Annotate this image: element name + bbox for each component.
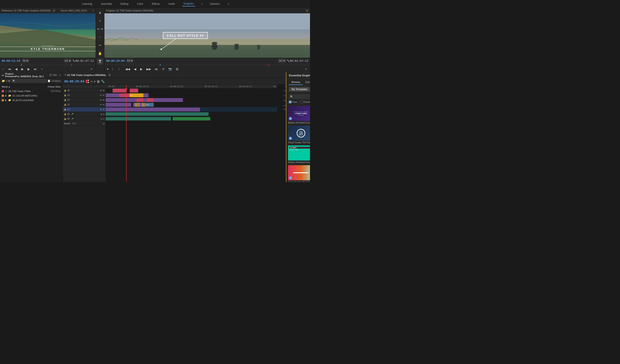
more-icon[interactable]: » [228,2,229,5]
eg-item-5[interactable]: UP NEXT DOUBLE HERE Modern Animated Grad… [288,145,310,164]
callout-box[interactable]: CALL OUT STYLE 02 [163,32,208,39]
clip-v4-fx[interactable]: FX [130,93,143,97]
nav-color[interactable]: Color [136,1,144,6]
source-step-fwd[interactable]: ▶ [27,67,31,71]
prog-fwd[interactable]: ▶▶ [146,67,152,71]
rolling-tool[interactable]: ↔ [97,34,103,40]
list-view-btn[interactable]: ≡ [6,79,7,82]
clip-a2-1[interactable] [106,117,171,121]
clip-a2-2[interactable] [173,117,211,121]
lock-a1[interactable]: 🔒 [64,113,66,115]
clip-v4-2[interactable] [119,93,130,97]
eye-v3[interactable]: 👁 [100,99,102,101]
mute-v3[interactable]: M [103,99,104,101]
lock-v3[interactable]: 🔒 [64,99,66,101]
list-item[interactable]: ⬡ 00 TSB Trailer FINAL 23.976 fps [0,89,62,93]
eye-v1[interactable]: 👁 [100,108,102,111]
clip-v5-1[interactable] [113,89,126,92]
nav-libraries[interactable]: Libraries [208,1,221,6]
lock-a2[interactable]: 🔒 [64,118,66,120]
source-play[interactable]: ▶ [20,67,25,71]
program-wrench-icon[interactable]: 🔧 [287,59,290,62]
source-menu-icon[interactable]: ☰ [53,9,55,12]
selection-tool[interactable]: ▲ [97,9,103,15]
icon-view-btn[interactable]: ⊞ [8,79,10,82]
eg-tab-browse[interactable]: Browse [289,80,303,85]
mute-v4[interactable]: M [103,94,104,96]
slip-tool[interactable]: ✋ [97,50,103,56]
lock-v4[interactable]: 🔒 [64,94,66,96]
nav-effects[interactable]: Effects [151,1,161,6]
clip-v1-1[interactable] [106,107,200,111]
mute-v2[interactable]: M [103,104,104,106]
mute-v5[interactable]: M [103,90,104,92]
prog-loop[interactable]: ↺ [161,67,165,71]
mute-v1[interactable]: M [103,108,104,111]
clip-v3-3[interactable] [147,98,154,102]
clip-a1-1[interactable] [106,112,209,116]
source-scrubber[interactable] [0,64,95,66]
source-wrench-icon[interactable]: 🔧 [72,59,75,62]
eye-v2[interactable]: 👁 [100,104,102,106]
source-mark-in[interactable]: ⌐ [2,67,5,71]
text-tool[interactable]: T [97,59,103,64]
source-expand-icon[interactable]: » [93,9,94,12]
program-scrubber[interactable] [104,64,310,66]
timeline-menu-icon[interactable]: ☰ [108,74,111,76]
source-add[interactable]: ＋ [89,67,94,71]
track-select-tool[interactable]: ⤢ [97,18,103,24]
expand-icon-1[interactable]: ▶ [5,94,7,97]
sort-icon[interactable]: ▲ [8,85,11,88]
program-menu-icon[interactable]: ☰ [306,9,308,12]
source-go-out[interactable]: ⏭ [33,67,38,71]
nav-graphics[interactable]: Graphics [182,1,195,6]
clip-v2-1[interactable] [106,103,132,107]
master-lock-icon[interactable]: ⊲ [103,122,104,125]
snap-btn[interactable]: 🧲 [85,80,89,83]
clip-v5-2[interactable] [130,89,138,92]
prog-step-back2[interactable]: ◀◀ [124,67,131,71]
clip-v2-fx1[interactable]: FX [135,103,140,107]
prog-settings[interactable]: ⊞ [175,67,179,71]
link-btn[interactable]: ∞ [91,80,93,83]
prog-back[interactable]: ◀ [133,67,137,71]
source-fit-select[interactable]: Fit [22,59,29,63]
clip-v3-1[interactable] [106,98,183,102]
clip-v3-2[interactable] [137,98,143,102]
prog-play[interactable]: ▶ [139,67,143,71]
new-bin-btn[interactable]: 📁 [2,79,5,82]
add-marker-btn[interactable]: ♦ [94,80,95,83]
eg-filter-free-checkbox[interactable]: ✓ [289,101,292,103]
expand-icon-2[interactable]: ▶ [5,99,7,101]
razor-tool[interactable]: ✂ [97,42,103,48]
lock-v2[interactable]: 🔒 [64,104,66,106]
eg-item-7[interactable]: ✓ Visual Trends: The Fluid ... [288,165,310,182]
list-item[interactable]: ▶ 📁 02 AUTO-DUCKING [0,98,62,102]
eg-filter-premium[interactable]: Premium [300,101,310,103]
lock-v1[interactable]: 🔒 [64,108,66,111]
eg-filter-free[interactable]: ✓ Free [289,101,297,103]
prog-mark-in[interactable]: ▾ [106,67,109,71]
nav-assembly[interactable]: Assembly [99,1,113,6]
prog-go-in[interactable]: ⎸ [111,67,116,71]
eg-tab-edit[interactable]: Edit [303,80,310,85]
clip-v2-a003[interactable]: A003_ [145,103,154,107]
program-quality-select[interactable]: 1/2 [278,59,286,63]
m-a2[interactable]: M [101,118,102,120]
source-mark-out[interactable]: ¬ [40,67,43,71]
lock-v5[interactable]: 🔒 [64,90,66,92]
list-item[interactable]: ▶ 📁 01 COLOR MATCHING [0,93,62,98]
project-expand[interactable]: » [59,74,61,76]
eye-v4[interactable]: 👁 [100,94,102,96]
s-a2[interactable]: S [103,118,104,120]
nav-editing[interactable]: Editing [119,1,130,6]
project-menu-icon[interactable]: ☰ [49,74,52,76]
prog-step-back[interactable]: ⎸ [118,67,122,71]
project-search-input[interactable] [11,79,46,83]
eg-filter-premium-checkbox[interactable] [300,101,302,103]
nav-learning[interactable]: Learning [81,1,93,6]
eg-item-1[interactable]: SOME TEXT HERE LOWER THIRD ELEMENT ✓ Mod… [288,106,310,124]
prog-add[interactable]: ＋ [304,67,308,71]
nav-audio[interactable]: Audio [167,1,176,6]
prog-go-out[interactable]: ⏭ [154,67,159,71]
